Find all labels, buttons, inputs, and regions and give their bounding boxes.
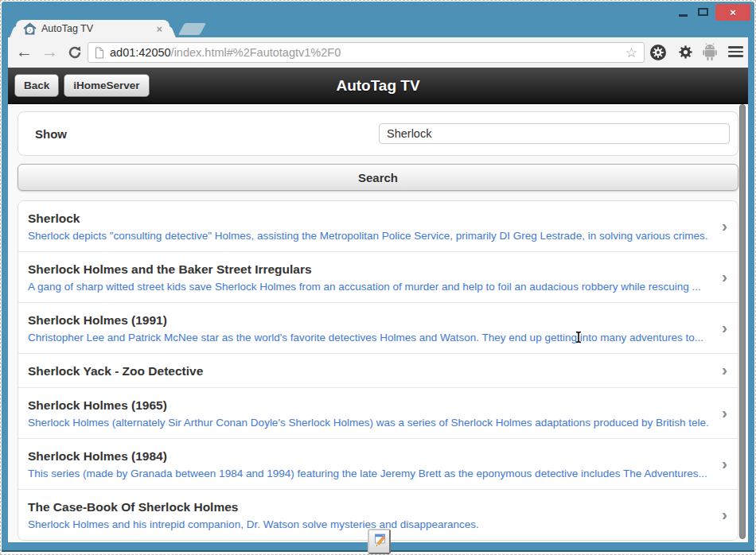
show-input[interactable] — [379, 123, 730, 144]
chevron-right-icon: › — [722, 454, 727, 473]
chevron-right-icon: › — [722, 505, 727, 524]
result-description: Christopher Lee and Patrick McNee star a… — [28, 331, 709, 344]
back-button[interactable]: Back — [14, 74, 59, 97]
results-list: Sherlock Sherlock depicts "consulting de… — [18, 200, 738, 541]
settings-gear-icon[interactable] — [677, 44, 694, 64]
chevron-right-icon: › — [722, 318, 727, 337]
android-icon[interactable] — [702, 43, 718, 64]
ihomeserver-button[interactable]: iHomeServer — [64, 74, 149, 97]
tab-title: AutoTag TV — [41, 23, 154, 34]
chevron-right-icon: › — [722, 360, 727, 379]
maximize-button[interactable] — [698, 8, 708, 16]
result-title: Sherlock Holmes (1965) — [28, 398, 709, 413]
result-title: Sherlock — [28, 211, 709, 226]
browser-toolbar: ← → ad01:42050/index.html#%2Fautotagtv1%… — [8, 37, 748, 68]
favicon-home-music-icon: ♪ — [23, 22, 37, 35]
forward-icon: → — [41, 41, 58, 63]
browser-tab[interactable]: ♪ AutoTag TV × — [16, 20, 170, 37]
result-row-sherlock-holmes-1991[interactable]: Sherlock Holmes (1991) Christopher Lee a… — [18, 302, 738, 353]
close-icon: × — [730, 6, 736, 18]
text-cursor — [575, 331, 583, 347]
url-path: /index.html#%2Fautotagtv1%2F0 — [171, 46, 341, 59]
chevron-right-icon: › — [722, 403, 727, 422]
result-description: Sherlock Holmes (alternately Sir Arthur … — [28, 416, 709, 429]
result-description: Sherlock depicts "consulting detective" … — [28, 229, 709, 243]
result-row-sherlock[interactable]: Sherlock Sherlock depicts "consulting de… — [18, 201, 738, 251]
result-row-sherlock-yack[interactable]: Sherlock Yack - Zoo Detective › — [18, 353, 738, 387]
app-header: Back iHomeServer AutoTag TV — [8, 68, 748, 104]
scrollbar-thumb[interactable] — [739, 104, 746, 539]
result-row-sherlock-holmes-1965[interactable]: Sherlock Holmes (1965) Sherlock Holmes (… — [18, 387, 738, 438]
tab-close-icon[interactable]: × — [154, 24, 165, 34]
reload-icon[interactable] — [67, 45, 83, 64]
show-label: Show — [35, 127, 67, 141]
chevron-right-icon: › — [722, 216, 727, 235]
result-title: Sherlock Holmes and the Baker Street Irr… — [28, 262, 709, 277]
result-row-baker-street-irregulars[interactable]: Sherlock Holmes and the Baker Street Irr… — [18, 251, 738, 302]
svg-text:♪: ♪ — [29, 26, 32, 33]
web-page: Back iHomeServer AutoTag TV Show Search … — [8, 68, 748, 542]
result-description: A gang of sharp witted street kids save … — [28, 280, 709, 293]
chevron-right-icon: › — [722, 267, 727, 286]
page-icon — [95, 47, 104, 59]
close-window-button[interactable]: × — [715, 4, 750, 21]
result-title: Sherlock Yack - Zoo Detective — [28, 363, 709, 378]
url-text: ad01:42050/index.html#%2Fautotagtv1%2F0 — [110, 46, 624, 59]
pencil-window-icon — [372, 533, 387, 551]
result-title: Sherlock Holmes (1991) — [28, 312, 709, 328]
result-title: Sherlock Holmes (1984) — [28, 448, 709, 464]
menu-icon[interactable] — [728, 46, 743, 60]
back-icon[interactable]: ← — [16, 41, 33, 63]
address-bar[interactable]: ad01:42050/index.html#%2Fautotagtv1%2F0 … — [88, 42, 645, 63]
annotation-tool-button[interactable] — [368, 529, 391, 554]
minimize-button[interactable] — [679, 14, 688, 17]
new-tab-button[interactable] — [178, 23, 206, 35]
extension-gear-circle-icon[interactable] — [649, 44, 667, 64]
result-title: The Case-Book Of Sherlock Holmes — [28, 499, 709, 514]
url-host: ad01:42050 — [110, 46, 171, 59]
result-row-sherlock-holmes-1984[interactable]: Sherlock Holmes (1984) This series (made… — [18, 438, 738, 489]
browser-window: ♪ AutoTag TV × × ← → ad01:42050/index.ht… — [2, 2, 754, 552]
page-content: Show Search Sherlock Sherlock depicts "c… — [8, 104, 748, 541]
bookmark-star-icon[interactable]: ☆ — [624, 45, 639, 61]
show-form-row: Show — [18, 111, 738, 156]
result-description: This series (made by Granada between 198… — [28, 467, 709, 480]
search-button[interactable]: Search — [18, 164, 738, 191]
